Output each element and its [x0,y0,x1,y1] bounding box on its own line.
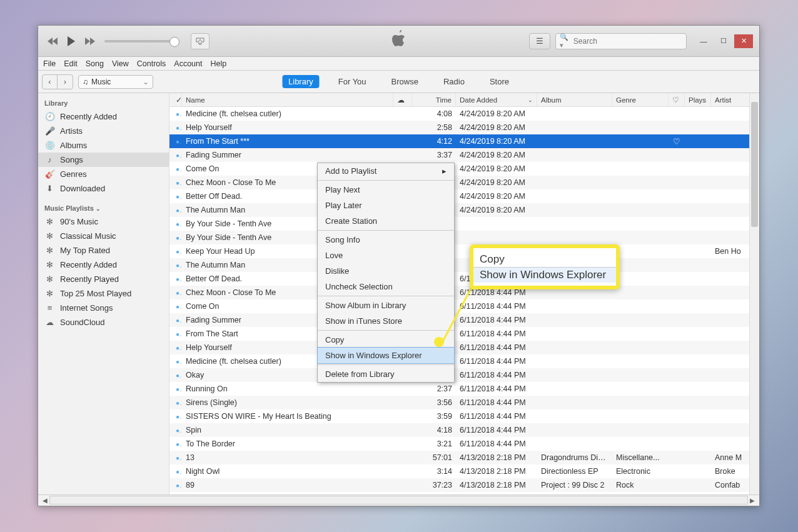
col-plays[interactable]: Plays [685,93,711,106]
table-row[interactable]: ●Help Yourself2:586/11/2018 4:44 PM [169,341,759,354]
table-row[interactable]: ●Fading Summer3:376/11/2018 4:44 PM [169,313,759,327]
playlist-item[interactable]: ✻Recently Added [38,258,169,272]
ctx-copy[interactable]: Copy [318,332,454,348]
ctx-love[interactable]: Love [318,248,454,263]
table-row[interactable]: ●The Autumn Man3:154/24/2019 8:20 AM [169,203,759,217]
maximize-button[interactable]: ☐ [714,34,733,48]
ctx-uncheck[interactable]: Uncheck Selection [318,279,454,294]
row-check[interactable]: ● [169,317,182,324]
col-name[interactable]: Name [182,93,393,106]
ctx-show-album[interactable]: Show Album in Library [318,298,454,313]
row-check[interactable]: ● [169,289,182,296]
row-check[interactable]: ● [169,372,182,379]
menu-song[interactable]: Song [86,59,104,68]
col-genre[interactable]: Genre [612,93,669,106]
horizontal-scrollbar[interactable]: ◀▶ [41,496,757,504]
sidebar-header-playlists[interactable]: Music Playlists ⌄ [38,202,169,214]
table-row[interactable]: ●1357:014/13/2018 2:18 PMDragondrums Dis… [169,451,759,464]
row-check[interactable]: ● [169,454,182,461]
ctx-show-store[interactable]: Show in iTunes Store [318,313,454,329]
col-album[interactable]: Album [537,93,612,106]
ctx-play-later[interactable]: Play Later [318,198,454,213]
row-check[interactable]: ● [169,413,182,420]
playlist-item[interactable]: ☁SoundCloud [38,315,169,329]
airplay-button[interactable] [191,33,210,49]
table-row[interactable]: ●The Autumn Man [169,258,759,272]
tab-radio[interactable]: Radio [437,75,471,88]
table-row[interactable]: ●Okay4:196/11/2018 4:44 PM [169,368,759,382]
row-check[interactable]: ● [169,234,182,241]
menu-file[interactable]: File [43,59,56,68]
tab-store[interactable]: Store [483,75,515,88]
close-button[interactable]: ✕ [734,34,753,48]
table-row[interactable]: ●Help Yourself2:584/24/2019 8:20 AM [169,121,759,134]
menu-edit[interactable]: Edit [64,59,78,68]
tab-library[interactable]: Library [282,75,320,88]
table-row[interactable]: ●Medicine (ft. chelsea cutler)4:084/24/2… [169,107,759,121]
ctx-play-next[interactable]: Play Next [318,182,454,198]
row-check[interactable]: ● [169,166,182,173]
play-button[interactable] [63,33,79,49]
table-row[interactable]: ●Chez Moon - Close To Me4:524/24/2019 8:… [169,176,759,189]
tab-browse[interactable]: Browse [385,75,425,88]
sidebar-item-albums[interactable]: 💿Albums [38,138,169,153]
table-row[interactable]: ●To The Border3:216/11/2018 4:44 PM [169,437,759,451]
row-check[interactable]: ● [169,303,182,310]
row-check[interactable]: ● [169,207,182,214]
col-time[interactable]: Time [412,93,456,106]
row-check[interactable]: ● [169,427,182,434]
minimize-button[interactable]: — [694,34,713,48]
row-check[interactable]: ● [169,482,182,489]
table-row[interactable]: ●Come On3:334/24/2019 8:20 AM [169,162,759,176]
table-row[interactable]: ●By Your Side - Tenth Ave [169,217,759,231]
ctx-delete[interactable]: Delete from Library [318,366,454,382]
next-button[interactable] [82,33,98,49]
playlist-item[interactable]: ✻Top 25 Most Played [38,286,169,301]
row-check[interactable]: ● [169,344,182,351]
sidebar-item-genres[interactable]: 🎸Genres [38,167,169,181]
row-check[interactable]: ● [169,441,182,448]
row-check[interactable]: ● [169,179,182,186]
playlist-item[interactable]: ✻Classical Music [38,229,169,243]
table-row[interactable]: ●From The Start ***4:124/24/2019 8:20 AM… [169,134,759,148]
row-check[interactable]: ● [169,468,182,475]
playlist-item[interactable]: ≡Internet Songs [38,301,169,315]
table-row[interactable]: ●Night Owl3:144/13/2018 2:18 PMDirection… [169,464,759,478]
row-check[interactable]: ● [169,248,182,255]
search-field[interactable]: 🔍▾ [555,33,687,49]
table-row[interactable]: ●Sirens (Single)3:566/11/2018 4:44 PM [169,396,759,409]
row-check[interactable]: ● [169,221,182,228]
row-check[interactable]: ● [169,331,182,338]
table-row[interactable]: ●Better Off Dead.5:224/24/2019 8:20 AM [169,189,759,203]
table-row[interactable]: ●SISTERS ON WIRE - My Heart Is Beating3:… [169,409,759,423]
row-check[interactable]: ● [169,262,182,269]
list-view-button[interactable]: ☰ [529,33,550,49]
row-check[interactable]: ● [169,276,182,283]
sidebar-item-songs[interactable]: ♪Songs [38,153,169,167]
table-row[interactable]: ●Spin4:186/11/2018 4:44 PM [169,423,759,437]
search-input[interactable] [573,37,682,46]
table-row[interactable]: ●Running On2:376/11/2018 4:44 PM [169,382,759,396]
ctx-show-explorer[interactable]: Show in Windows Explorer [317,347,455,364]
table-row[interactable]: ●From The Start4:126/11/2018 4:44 PM [169,327,759,341]
row-check[interactable]: ● [169,399,182,406]
sidebar-item-artists[interactable]: 🎤Artists [38,124,169,138]
ctx-create-station[interactable]: Create Station [318,213,454,229]
col-love[interactable]: ♡ [669,93,685,106]
ctx-add-to-playlist[interactable]: Add to Playlist▸ [318,163,454,179]
menu-controls[interactable]: Controls [137,59,166,68]
table-row[interactable]: ●Better Off Dead.5:226/11/2018 4:44 PM [169,272,759,286]
ctx-song-info[interactable]: Song Info [318,232,454,248]
playlist-item[interactable]: ✻90's Music [38,214,169,229]
vertical-scrollbar[interactable] [749,93,759,494]
col-date[interactable]: Date Added⌄ [456,93,537,106]
row-check[interactable]: ● [169,124,182,131]
menu-view[interactable]: View [112,59,129,68]
tab-for-you[interactable]: For You [332,75,373,88]
table-row[interactable]: ●Medicine (ft. chelsea cutler)4:086/11/2… [169,354,759,368]
ctx-dislike[interactable]: Dislike [318,263,454,279]
row-check[interactable]: ● [169,193,182,200]
row-check[interactable]: ● [169,138,182,145]
sidebar-item-downloaded[interactable]: ⬇Downloaded [38,181,169,196]
media-picker[interactable]: ♫ Music ⌄ [78,75,153,89]
